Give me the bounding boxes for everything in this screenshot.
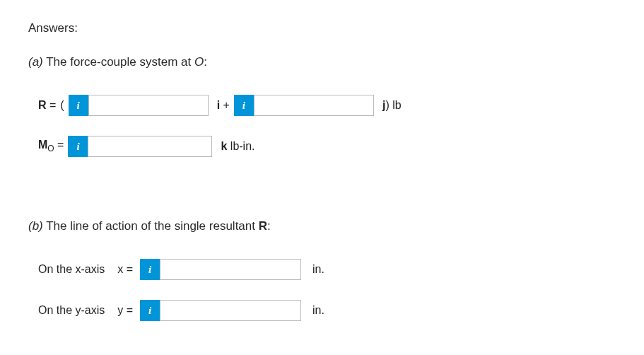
r-equals: =	[47, 99, 57, 111]
input-group-y: i	[140, 300, 301, 321]
mo-equals: =	[54, 139, 64, 151]
row-mo-moment: MO = i k lb-in.	[38, 136, 616, 157]
y-equals: =	[123, 304, 133, 316]
part-a-text: The force-couple system at	[43, 55, 194, 69]
input-group-ri: i	[69, 95, 209, 116]
k-unit: k lb-in.	[221, 140, 254, 153]
info-icon[interactable]: i	[68, 136, 88, 157]
x-axis-suffix: -axis	[81, 263, 105, 275]
r-symbol: R	[38, 99, 47, 111]
mo-label: MO =	[38, 139, 64, 153]
m-subscript: O	[47, 144, 54, 154]
input-mo-value[interactable]	[88, 136, 212, 157]
part-a-label: (a) The force-couple system at O:	[28, 55, 616, 69]
y-axis-label: On the y-axis	[38, 304, 105, 317]
y-unit: in.	[312, 304, 324, 317]
part-a-prefix: (a)	[28, 55, 43, 69]
row-r-vector: R = ( i i + i j) lb	[38, 95, 616, 116]
row-x-axis: On the x-axis x = i in.	[38, 259, 616, 280]
y-axis-prefix: On the	[38, 304, 75, 316]
part-b-suffix: :	[267, 219, 271, 233]
part-a-point: O	[194, 55, 204, 69]
r-label: R =	[38, 99, 56, 112]
x-equals-label: x =	[117, 263, 133, 276]
part-b-prefix: (b)	[28, 219, 43, 233]
info-icon[interactable]: i	[140, 259, 160, 280]
input-group-rj: i	[234, 95, 374, 116]
i-plus: i +	[217, 99, 230, 112]
unit-lbin: lb-in.	[227, 140, 254, 152]
close-unit-lb: ) lb	[385, 99, 401, 111]
part-b-bold: R	[259, 219, 267, 233]
x-unit: in.	[312, 263, 324, 276]
input-group-mo: i	[68, 136, 212, 157]
m-symbol: M	[38, 139, 47, 151]
input-y-value[interactable]	[160, 300, 301, 321]
plus-sign: +	[220, 99, 230, 111]
input-r-j-component[interactable]	[254, 95, 374, 116]
answers-heading: Answers:	[28, 21, 616, 35]
open-paren: (	[60, 99, 64, 112]
info-icon[interactable]: i	[234, 95, 254, 116]
y-equals-label: y =	[117, 304, 133, 317]
x-axis-prefix: On the	[38, 263, 75, 275]
part-b-label: (b) The line of action of the single res…	[28, 219, 616, 233]
input-group-x: i	[140, 259, 301, 280]
y-axis-suffix: -axis	[81, 304, 105, 316]
x-axis-label: On the x-axis	[38, 263, 105, 276]
info-icon[interactable]: i	[140, 300, 160, 321]
row-y-axis: On the y-axis y = i in.	[38, 300, 616, 321]
j-unit: j) lb	[382, 99, 402, 112]
part-b-text: The line of action of the single resulta…	[43, 219, 259, 233]
input-x-value[interactable]	[160, 259, 301, 280]
part-a-suffix: :	[204, 55, 207, 69]
input-r-i-component[interactable]	[88, 95, 209, 116]
info-icon[interactable]: i	[69, 95, 88, 116]
x-equals: =	[123, 263, 133, 275]
